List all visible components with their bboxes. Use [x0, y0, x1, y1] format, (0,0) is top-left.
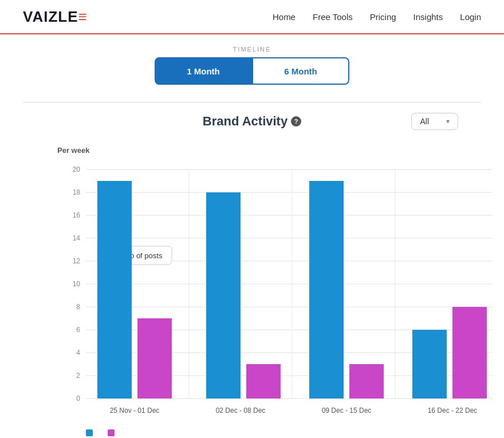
nav-links: Home Free Tools Pricing Insights Login: [273, 12, 481, 22]
1-month-button[interactable]: 1 Month: [155, 57, 252, 85]
nav-pricing[interactable]: Pricing: [370, 12, 396, 22]
info-icon[interactable]: ?: [291, 116, 301, 127]
bar-week3-blue: [309, 181, 344, 398]
nav-free-tools[interactable]: Free Tools: [313, 12, 353, 22]
bar-week2-pink: [246, 364, 281, 398]
svg-text:6: 6: [76, 326, 80, 334]
svg-text:02 Dec - 08 Dec: 02 Dec - 08 Dec: [216, 407, 266, 415]
bar-week4-pink: [452, 307, 487, 398]
nav-login[interactable]: Login: [460, 12, 481, 22]
logo-accent: ≡: [78, 8, 88, 25]
svg-text:4: 4: [76, 349, 80, 357]
bar-week4-blue: [412, 330, 447, 398]
6-month-button[interactable]: 6 Month: [252, 57, 349, 85]
nav-insights[interactable]: Insights: [414, 12, 443, 22]
nav-home[interactable]: Home: [273, 12, 296, 22]
legend-pink: [108, 429, 118, 436]
chart-legend: [57, 429, 470, 436]
svg-text:25 Nov - 01 Dec: 25 Nov - 01 Dec: [110, 407, 160, 415]
svg-text:09 Dec - 15 Dec: 09 Dec - 15 Dec: [322, 407, 372, 415]
chart-container: Per week 20 18 16: [23, 140, 481, 438]
svg-text:16: 16: [73, 211, 81, 219]
bar-week3-pink: [349, 364, 384, 398]
section-divider: [23, 102, 481, 102]
timeline-label: TIMELINE: [23, 46, 481, 53]
svg-text:10: 10: [73, 280, 81, 288]
svg-text:12: 12: [73, 257, 81, 265]
legend-blue: [86, 429, 96, 436]
filter-dropdown[interactable]: All ▾: [411, 113, 458, 130]
svg-text:8: 8: [76, 303, 80, 311]
bar-week2-blue: [206, 192, 241, 398]
chart-svg-wrap: 20 18 16 14 12 10 8 6 4 2 0 Total No of …: [57, 158, 470, 424]
bar-week1-pink: [137, 318, 172, 398]
filter-label: All: [420, 117, 429, 126]
svg-text:2: 2: [76, 372, 80, 380]
chart-header: Brand Activity ? All ▾: [23, 114, 481, 129]
bar-week1-blue: [97, 181, 132, 398]
per-week-label: Per week: [57, 146, 470, 155]
navbar: VAIZLE≡ Home Free Tools Pricing Insights…: [0, 0, 504, 34]
legend-pink-dot: [108, 429, 115, 436]
logo: VAIZLE≡: [23, 8, 88, 26]
timeline-buttons: 1 Month 6 Month: [23, 57, 481, 85]
svg-text:0: 0: [76, 394, 80, 403]
svg-text:20: 20: [73, 165, 81, 173]
bar-chart: 20 18 16 14 12 10 8 6 4 2 0 Total No of …: [57, 158, 504, 421]
svg-text:18: 18: [73, 188, 81, 196]
main-content: TIMELINE 1 Month 6 Month Brand Activity …: [0, 34, 504, 438]
chevron-down-icon: ▾: [446, 117, 450, 125]
svg-text:16 Dec - 22 Dec: 16 Dec - 22 Dec: [428, 407, 478, 415]
svg-text:14: 14: [73, 234, 81, 242]
chart-title: Brand Activity: [203, 114, 288, 129]
legend-blue-dot: [86, 429, 93, 436]
